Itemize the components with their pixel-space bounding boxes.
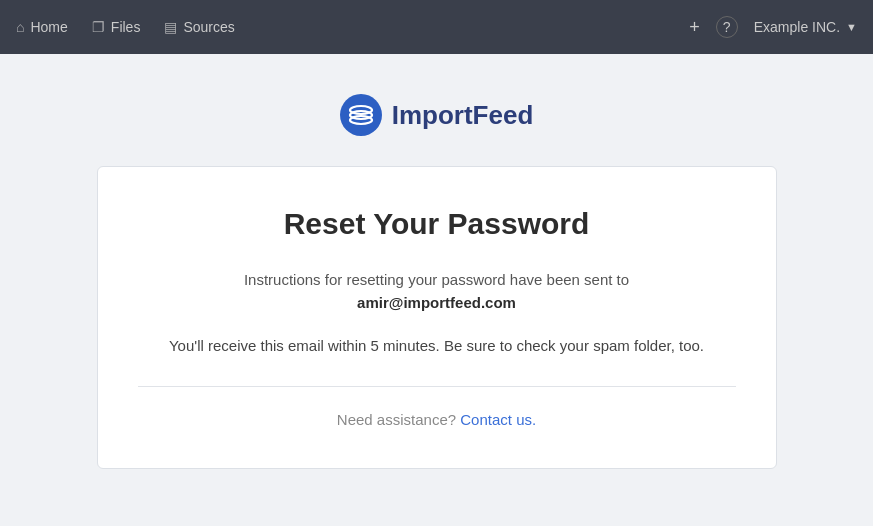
nav-left: ⌂ Home ❐ Files ▤ Sources bbox=[16, 19, 689, 35]
card-subtext: You'll receive this email within 5 minut… bbox=[158, 334, 716, 358]
logo-icon bbox=[340, 94, 382, 136]
nav-home[interactable]: ⌂ Home bbox=[16, 19, 68, 35]
logo-text: ImportFeed bbox=[392, 100, 534, 131]
message-prefix: Instructions for resetting your password… bbox=[244, 271, 629, 288]
nav-files-label: Files bbox=[111, 19, 141, 35]
nav-sources-label: Sources bbox=[183, 19, 234, 35]
logo-area: ImportFeed bbox=[340, 94, 534, 136]
email-address: amir@importfeed.com bbox=[357, 294, 516, 311]
files-icon: ❐ bbox=[92, 19, 105, 35]
nav-right: + ? Example INC. ▼ bbox=[689, 16, 857, 38]
nav-plus-button[interactable]: + bbox=[689, 17, 700, 38]
nav-sources[interactable]: ▤ Sources bbox=[164, 19, 234, 35]
navbar: ⌂ Home ❐ Files ▤ Sources + ? Example INC… bbox=[0, 0, 873, 54]
nav-help-button[interactable]: ? bbox=[716, 16, 738, 38]
chevron-down-icon: ▼ bbox=[846, 21, 857, 33]
nav-account-label: Example INC. bbox=[754, 19, 840, 35]
divider bbox=[138, 386, 736, 387]
nav-files[interactable]: ❐ Files bbox=[92, 19, 141, 35]
card-assistance: Need assistance? Contact us. bbox=[158, 411, 716, 428]
nav-account-menu[interactable]: Example INC. ▼ bbox=[754, 19, 857, 35]
contact-us-link[interactable]: Contact us. bbox=[460, 411, 536, 428]
card-title: Reset Your Password bbox=[158, 207, 716, 241]
card-message: Instructions for resetting your password… bbox=[158, 269, 716, 314]
nav-home-label: Home bbox=[30, 19, 67, 35]
main-content: ImportFeed Reset Your Password Instructi… bbox=[0, 54, 873, 509]
password-reset-card: Reset Your Password Instructions for res… bbox=[97, 166, 777, 469]
assistance-prefix: Need assistance? bbox=[337, 411, 456, 428]
home-icon: ⌂ bbox=[16, 19, 24, 35]
sources-icon: ▤ bbox=[164, 19, 177, 35]
